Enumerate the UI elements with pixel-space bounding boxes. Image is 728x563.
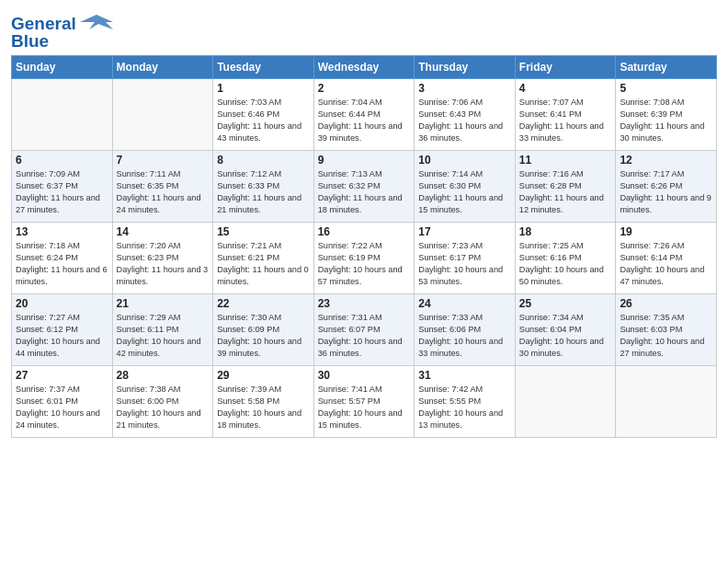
- day-number: 27: [16, 369, 108, 382]
- day-info: Sunrise: 7:42 AM Sunset: 5:55 PM Dayligh…: [418, 384, 511, 431]
- calendar-cell: 18Sunrise: 7:25 AM Sunset: 6:16 PM Dayli…: [515, 223, 616, 294]
- calendar-cell: 9Sunrise: 7:13 AM Sunset: 6:32 PM Daylig…: [313, 151, 415, 223]
- day-info: Sunrise: 7:23 AM Sunset: 6:17 PM Dayligh…: [418, 240, 511, 288]
- day-info: Sunrise: 7:37 AM Sunset: 6:01 PM Dayligh…: [16, 384, 108, 431]
- day-number: 25: [519, 297, 612, 310]
- day-info: Sunrise: 7:04 AM Sunset: 6:44 PM Dayligh…: [318, 97, 411, 144]
- day-info: Sunrise: 7:07 AM Sunset: 6:41 PM Dayligh…: [519, 97, 612, 144]
- calendar-week-row: 1Sunrise: 7:03 AM Sunset: 6:46 PM Daylig…: [12, 79, 717, 151]
- day-number: 26: [620, 297, 712, 310]
- day-number: 2: [318, 82, 411, 95]
- day-info: Sunrise: 7:13 AM Sunset: 6:32 PM Dayligh…: [318, 168, 411, 216]
- calendar-cell: 5Sunrise: 7:08 AM Sunset: 6:39 PM Daylig…: [616, 79, 717, 151]
- day-info: Sunrise: 7:29 AM Sunset: 6:11 PM Dayligh…: [117, 312, 210, 360]
- day-info: Sunrise: 7:09 AM Sunset: 6:37 PM Dayligh…: [16, 168, 108, 216]
- day-number: 31: [418, 369, 511, 382]
- calendar-cell: 25Sunrise: 7:34 AM Sunset: 6:04 PM Dayli…: [515, 294, 616, 366]
- day-info: Sunrise: 7:20 AM Sunset: 6:23 PM Dayligh…: [117, 240, 210, 288]
- day-number: 11: [519, 154, 612, 167]
- day-info: Sunrise: 7:18 AM Sunset: 6:24 PM Dayligh…: [16, 240, 108, 288]
- day-number: 21: [117, 297, 210, 310]
- day-info: Sunrise: 7:38 AM Sunset: 6:00 PM Dayligh…: [117, 384, 210, 431]
- day-info: Sunrise: 7:17 AM Sunset: 6:26 PM Dayligh…: [620, 168, 712, 216]
- calendar-cell: 26Sunrise: 7:35 AM Sunset: 6:03 PM Dayli…: [616, 294, 717, 366]
- day-number: 13: [16, 225, 108, 238]
- day-info: Sunrise: 7:06 AM Sunset: 6:43 PM Dayligh…: [418, 97, 511, 144]
- calendar-cell: [12, 79, 113, 151]
- day-number: 12: [620, 154, 712, 167]
- day-number: 16: [318, 225, 411, 238]
- day-info: Sunrise: 7:08 AM Sunset: 6:39 PM Dayligh…: [620, 97, 712, 144]
- calendar-cell: 16Sunrise: 7:22 AM Sunset: 6:19 PM Dayli…: [313, 223, 415, 294]
- day-number: 8: [217, 154, 310, 167]
- calendar-cell: 3Sunrise: 7:06 AM Sunset: 6:43 PM Daylig…: [415, 79, 516, 151]
- calendar-cell: 11Sunrise: 7:16 AM Sunset: 6:28 PM Dayli…: [515, 151, 616, 223]
- calendar-cell: 20Sunrise: 7:27 AM Sunset: 6:12 PM Dayli…: [12, 294, 113, 366]
- calendar-cell: 8Sunrise: 7:12 AM Sunset: 6:33 PM Daylig…: [213, 151, 314, 223]
- calendar-cell: [112, 79, 213, 151]
- logo-blue: Blue: [11, 31, 49, 52]
- col-friday: Friday: [515, 56, 616, 79]
- day-number: 3: [418, 82, 511, 95]
- calendar-cell: 6Sunrise: 7:09 AM Sunset: 6:37 PM Daylig…: [12, 151, 113, 223]
- day-number: 24: [418, 297, 511, 310]
- col-wednesday: Wednesday: [313, 56, 415, 79]
- col-sunday: Sunday: [12, 56, 113, 79]
- day-number: 17: [418, 225, 511, 238]
- calendar-week-row: 20Sunrise: 7:27 AM Sunset: 6:12 PM Dayli…: [12, 294, 717, 366]
- day-info: Sunrise: 7:21 AM Sunset: 6:21 PM Dayligh…: [217, 240, 310, 288]
- day-number: 30: [318, 369, 411, 382]
- day-number: 18: [519, 225, 612, 238]
- calendar-cell: 27Sunrise: 7:37 AM Sunset: 6:01 PM Dayli…: [12, 366, 113, 438]
- calendar-cell: 30Sunrise: 7:41 AM Sunset: 5:57 PM Dayli…: [313, 366, 415, 438]
- day-info: Sunrise: 7:22 AM Sunset: 6:19 PM Dayligh…: [318, 240, 411, 288]
- day-info: Sunrise: 7:41 AM Sunset: 5:57 PM Dayligh…: [318, 384, 411, 431]
- header: General Blue: [11, 9, 717, 52]
- day-number: 6: [16, 154, 108, 167]
- calendar-header-row: Sunday Monday Tuesday Wednesday Thursday…: [12, 56, 717, 79]
- day-info: Sunrise: 7:31 AM Sunset: 6:07 PM Dayligh…: [318, 312, 411, 360]
- day-number: 7: [117, 154, 210, 167]
- day-info: Sunrise: 7:26 AM Sunset: 6:14 PM Dayligh…: [620, 240, 712, 288]
- calendar-cell: 23Sunrise: 7:31 AM Sunset: 6:07 PM Dayli…: [313, 294, 415, 366]
- calendar-week-row: 27Sunrise: 7:37 AM Sunset: 6:01 PM Dayli…: [12, 366, 717, 438]
- col-saturday: Saturday: [616, 56, 717, 79]
- day-info: Sunrise: 7:33 AM Sunset: 6:06 PM Dayligh…: [418, 312, 511, 360]
- calendar-cell: 28Sunrise: 7:38 AM Sunset: 6:00 PM Dayli…: [112, 366, 213, 438]
- calendar-cell: 7Sunrise: 7:11 AM Sunset: 6:35 PM Daylig…: [112, 151, 213, 223]
- calendar-cell: 13Sunrise: 7:18 AM Sunset: 6:24 PM Dayli…: [12, 223, 113, 294]
- logo-general: General: [11, 14, 76, 33]
- calendar-week-row: 13Sunrise: 7:18 AM Sunset: 6:24 PM Dayli…: [12, 223, 717, 294]
- day-number: 4: [519, 82, 612, 95]
- day-number: 10: [418, 154, 511, 167]
- day-info: Sunrise: 7:11 AM Sunset: 6:35 PM Dayligh…: [117, 168, 210, 216]
- day-info: Sunrise: 7:39 AM Sunset: 5:58 PM Dayligh…: [217, 384, 310, 431]
- day-number: 14: [117, 225, 210, 238]
- day-number: 15: [217, 225, 310, 238]
- day-info: Sunrise: 7:14 AM Sunset: 6:30 PM Dayligh…: [418, 168, 511, 216]
- day-number: 1: [217, 82, 310, 95]
- day-info: Sunrise: 7:34 AM Sunset: 6:04 PM Dayligh…: [519, 312, 612, 360]
- calendar-cell: [515, 366, 616, 438]
- calendar-cell: 31Sunrise: 7:42 AM Sunset: 5:55 PM Dayli…: [415, 366, 516, 438]
- day-info: Sunrise: 7:03 AM Sunset: 6:46 PM Dayligh…: [217, 97, 310, 144]
- col-tuesday: Tuesday: [213, 56, 314, 79]
- day-number: 22: [217, 297, 310, 310]
- day-number: 5: [620, 82, 712, 95]
- calendar-cell: 12Sunrise: 7:17 AM Sunset: 6:26 PM Dayli…: [616, 151, 717, 223]
- calendar-cell: 1Sunrise: 7:03 AM Sunset: 6:46 PM Daylig…: [213, 79, 314, 151]
- day-info: Sunrise: 7:12 AM Sunset: 6:33 PM Dayligh…: [217, 168, 310, 216]
- day-number: 28: [117, 369, 210, 382]
- logo-bird-icon: [80, 13, 113, 33]
- calendar-cell: 4Sunrise: 7:07 AM Sunset: 6:41 PM Daylig…: [515, 79, 616, 151]
- calendar-table: Sunday Monday Tuesday Wednesday Thursday…: [11, 55, 717, 438]
- calendar-cell: 17Sunrise: 7:23 AM Sunset: 6:17 PM Dayli…: [415, 223, 516, 294]
- day-number: 20: [16, 297, 108, 310]
- calendar-cell: 10Sunrise: 7:14 AM Sunset: 6:30 PM Dayli…: [415, 151, 516, 223]
- calendar-cell: 21Sunrise: 7:29 AM Sunset: 6:11 PM Dayli…: [112, 294, 213, 366]
- col-thursday: Thursday: [415, 56, 516, 79]
- calendar-week-row: 6Sunrise: 7:09 AM Sunset: 6:37 PM Daylig…: [12, 151, 717, 223]
- calendar-cell: 15Sunrise: 7:21 AM Sunset: 6:21 PM Dayli…: [213, 223, 314, 294]
- day-info: Sunrise: 7:25 AM Sunset: 6:16 PM Dayligh…: [519, 240, 612, 288]
- day-info: Sunrise: 7:27 AM Sunset: 6:12 PM Dayligh…: [16, 312, 108, 360]
